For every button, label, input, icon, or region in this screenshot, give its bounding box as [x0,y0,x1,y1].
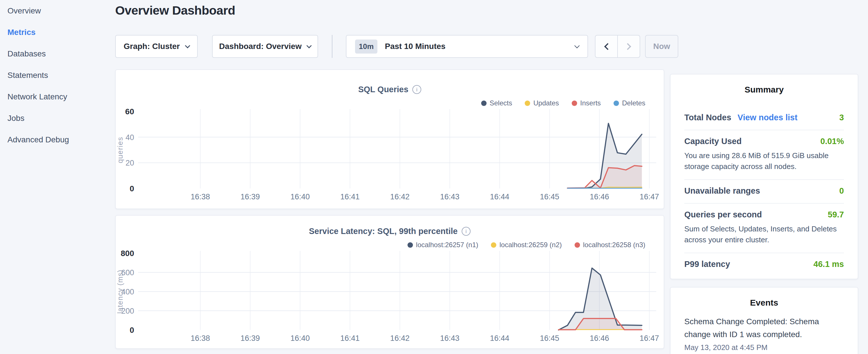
now-button[interactable]: Now [645,35,678,58]
svg-text:0: 0 [129,326,134,334]
chevron-left-icon [604,43,611,50]
svg-text:16:43: 16:43 [440,192,460,201]
sidebar-item-jobs[interactable]: Jobs [0,107,115,129]
summary-rows: Total Nodes View nodes list 3 Capacity U… [671,106,858,277]
sidebar-item-label: Statements [7,71,48,80]
svg-text:16:43: 16:43 [440,334,460,343]
svg-text:16:40: 16:40 [290,334,310,343]
summary-row-unavailable-ranges: Unavailable ranges 0 [684,179,844,203]
event-item-timestamp: May 13, 2020 at 4:45 PM [684,343,844,352]
svg-text:16:41: 16:41 [340,334,360,343]
db-console-page: Overview Metrics Databases Statements Ne… [0,0,868,354]
sidebar-item-label: Jobs [7,114,24,123]
summary-heading: Summary [671,85,858,95]
svg-text:16:46: 16:46 [590,334,609,343]
time-forward-button[interactable] [617,35,640,57]
chevron-right-icon [624,43,631,50]
svg-text:16:44: 16:44 [490,192,509,201]
summary-row-value: 46.1 ms [813,259,844,269]
time-window-label: Past 10 Minutes [385,42,445,51]
svg-text:0: 0 [129,184,134,193]
time-window-badge: 10m [355,39,377,54]
summary-row-total-nodes: Total Nodes View nodes list 3 [684,106,844,130]
svg-text:latency (ms): latency (ms) [116,269,124,314]
summary-row-value: 0.01% [820,137,844,146]
summary-row-p99-latency: P99 latency 46.1 ms [684,253,844,277]
svg-text:60: 60 [125,107,134,116]
svg-text:16:47: 16:47 [640,192,659,201]
svg-text:queries: queries [116,137,124,163]
summary-row-value: 0 [839,186,844,196]
svg-text:800: 800 [121,249,134,258]
sidebar-item-statements[interactable]: Statements [0,64,115,86]
graph-scope-label: Graph: Cluster [124,42,180,51]
sidebar-item-label: Metrics [7,28,35,37]
svg-text:16:45: 16:45 [540,192,559,201]
summary-panel: Summary Total Nodes View nodes list 3 Ca… [670,74,858,279]
summary-row-label: Capacity Used [684,137,742,146]
summary-row-queries-per-second: Queries per second 59.7 Sum of Selects, … [684,203,844,253]
sidebar-item-label: Databases [7,49,46,58]
sidebar-item-network-latency[interactable]: Network Latency [0,86,115,107]
svg-text:16:41: 16:41 [340,192,360,201]
svg-text:16:42: 16:42 [390,334,410,343]
page-title: Overview Dashboard [115,3,235,18]
summary-row-value: 59.7 [828,210,844,219]
summary-row-subtext: You are using 28.6 MiB of 515.9 GiB usab… [684,150,844,172]
sql-queries-chart-card: SQL Queries Selects Updates Inserts Dele… [115,69,664,209]
sql-queries-chart[interactable]: 16:3816:3916:4016:4116:4216:4316:4416:45… [116,70,664,208]
sidebar-item-advanced-debug[interactable]: Advanced Debug [0,129,115,150]
view-nodes-list-link[interactable]: View nodes list [738,113,798,122]
dashboard-controls: Graph: Cluster Dashboard: Overview 10m P… [115,35,678,58]
sidebar-item-metrics[interactable]: Metrics [0,22,115,43]
summary-row-label: Unavailable ranges [684,186,760,196]
sidebar-item-label: Network Latency [7,92,67,101]
svg-text:16:47: 16:47 [640,334,659,343]
sidebar-item-overview[interactable]: Overview [0,0,115,22]
svg-text:16:40: 16:40 [290,192,310,201]
graph-scope-dropdown[interactable]: Graph: Cluster [115,35,198,58]
summary-row-subtext: Sum of Selects, Updates, Inserts, and De… [684,223,844,245]
chevron-down-icon [574,43,580,48]
dashboard-dropdown[interactable]: Dashboard: Overview [212,35,318,58]
summary-row-label: Total Nodes [684,113,731,122]
chevron-down-icon [307,43,312,48]
events-panel: Events Schema Change Completed: Schema c… [670,287,858,354]
controls-divider [332,35,333,58]
svg-text:16:45: 16:45 [540,334,559,343]
summary-row-value: 3 [839,113,844,122]
summary-row-label: Queries per second [684,210,762,219]
service-latency-chart[interactable]: 16:3816:3916:4016:4116:4216:4316:4416:45… [116,216,664,348]
svg-text:40: 40 [125,133,134,142]
sidebar: Overview Metrics Databases Statements Ne… [0,0,115,150]
summary-row-capacity-used: Capacity Used 0.01% You are using 28.6 M… [684,130,844,179]
events-heading: Events [671,298,858,308]
event-item-text[interactable]: Schema Change Completed: Schema change w… [684,315,844,341]
chevron-down-icon [185,43,190,48]
svg-text:16:38: 16:38 [191,192,210,201]
svg-text:16:39: 16:39 [241,192,260,201]
svg-text:16:38: 16:38 [191,334,210,343]
time-range-dropdown[interactable]: 10m Past 10 Minutes [346,35,588,58]
time-back-button[interactable] [595,35,617,57]
svg-text:16:39: 16:39 [241,334,260,343]
svg-text:16:46: 16:46 [590,192,609,201]
svg-text:16:44: 16:44 [490,334,509,343]
service-latency-chart-card: Service Latency: SQL, 99th percentile lo… [115,215,664,349]
time-step-button-group [595,35,640,58]
dashboard-label: Dashboard: Overview [219,42,302,51]
summary-row-label: P99 latency [684,259,730,269]
sidebar-item-label: Advanced Debug [7,135,69,144]
svg-text:16:42: 16:42 [390,192,410,201]
svg-text:20: 20 [125,159,134,167]
sidebar-item-databases[interactable]: Databases [0,43,115,64]
sidebar-item-label: Overview [7,6,41,15]
